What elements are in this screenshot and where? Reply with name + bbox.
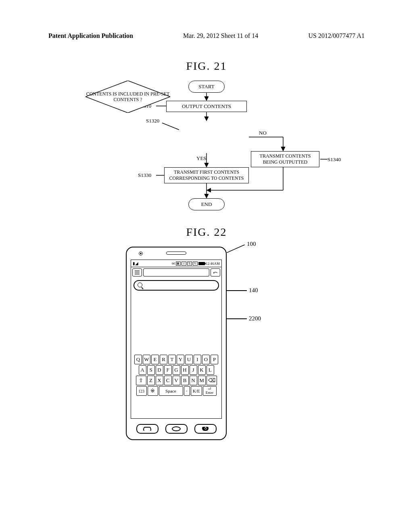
key-dot[interactable]: · bbox=[184, 386, 190, 396]
key-g[interactable]: G bbox=[173, 365, 180, 375]
fc-s1310-box: OUTPUT CONTENTS bbox=[166, 101, 247, 112]
phone-hw-buttons bbox=[127, 419, 226, 439]
key-q[interactable]: Q bbox=[134, 355, 142, 364]
key-x[interactable]: X bbox=[156, 376, 163, 385]
key-t[interactable]: T bbox=[168, 355, 176, 364]
fc-s1330-box: TRANSMIT FIRST CONTENTS CORRESPONDING TO… bbox=[164, 167, 249, 183]
fig22-title: FIG. 22 bbox=[0, 226, 413, 239]
key-settings[interactable]: ※ bbox=[148, 386, 158, 396]
power-icon bbox=[202, 427, 209, 431]
key-f[interactable]: F bbox=[164, 365, 172, 375]
callout-140-line bbox=[227, 290, 247, 291]
search-bar[interactable] bbox=[133, 280, 219, 291]
fc-start: START bbox=[188, 81, 225, 93]
key-p[interactable]: P bbox=[211, 355, 218, 364]
callout-140: 140 bbox=[249, 287, 258, 294]
callout-100: 100 bbox=[247, 241, 256, 247]
menu-icon[interactable] bbox=[132, 268, 142, 276]
status-bar: ▮◢ ✉ ▦ T ⇅ ↻ 12:46AM bbox=[131, 260, 221, 267]
phone-screen: ▮◢ ✉ ▦ T ⇅ ↻ 12:46AM ⤺ bbox=[131, 260, 222, 419]
fc-s1340-label: S1340 bbox=[327, 156, 341, 163]
key-o[interactable]: O bbox=[202, 355, 210, 364]
status-icon-1: ▦ bbox=[176, 262, 181, 266]
content-area bbox=[131, 293, 221, 353]
key-a[interactable]: A bbox=[139, 365, 146, 375]
home-icon bbox=[172, 426, 181, 431]
key-y[interactable]: Y bbox=[177, 355, 184, 364]
speaker-icon bbox=[166, 251, 186, 255]
status-icons: ✉ ▦ T ⇅ ↻ 12:46AM bbox=[172, 262, 220, 266]
signal-icon: ▮◢ bbox=[133, 261, 138, 266]
fig21-title: FIG. 21 bbox=[0, 60, 413, 73]
header-publication: Patent Application Publication bbox=[48, 32, 133, 39]
key-b[interactable]: B bbox=[181, 376, 189, 385]
key-w[interactable]: W bbox=[143, 355, 150, 364]
key-shift[interactable]: ⇧ bbox=[136, 376, 146, 385]
callout-100-line bbox=[227, 245, 247, 255]
phone-figure: 100 140 2200 ▮◢ ✉ ▦ T ⇅ ↻ 12:46AM bbox=[106, 247, 307, 440]
fc-s1320-text: CONTENTS IS INCLUDED IN PRE-SET CONTENTS… bbox=[86, 81, 170, 113]
battery-icon bbox=[198, 262, 205, 265]
key-123[interactable]: 123 bbox=[136, 386, 147, 396]
callout-2200: 2200 bbox=[249, 315, 261, 322]
key-backspace[interactable]: ⌫ bbox=[206, 376, 217, 385]
status-time: 12:46AM bbox=[206, 262, 220, 266]
key-k[interactable]: K bbox=[198, 365, 206, 375]
kb-row-2: A S D F G H J K L bbox=[132, 365, 220, 375]
fc-yes-label: YES bbox=[196, 155, 206, 162]
status-icon-3: ⇅ bbox=[187, 262, 192, 266]
key-c[interactable]: C bbox=[164, 376, 172, 385]
flowchart-fig21: START OUTPUT CONTENTS S1310 CONTENTS IS … bbox=[86, 81, 327, 214]
mail-icon: ✉ bbox=[172, 262, 175, 266]
key-m[interactable]: M bbox=[198, 376, 206, 385]
key-z[interactable]: Z bbox=[147, 376, 155, 385]
kb-row-4: 123 ※ Space · K/E ⏎ Enter bbox=[132, 386, 220, 396]
home-button[interactable] bbox=[165, 424, 188, 434]
fc-s1330-label: S1330 bbox=[138, 172, 151, 179]
key-u[interactable]: U bbox=[185, 355, 193, 364]
search-icon bbox=[138, 283, 143, 288]
call-button[interactable] bbox=[136, 424, 159, 434]
phone-body: ▮◢ ✉ ▦ T ⇅ ↻ 12:46AM ⤺ bbox=[126, 247, 227, 440]
keyboard: Q W E R T Y U I O P A S D F G H bbox=[131, 353, 221, 398]
key-i[interactable]: I bbox=[194, 355, 201, 364]
back-icon[interactable]: ⤺ bbox=[211, 268, 220, 276]
call-icon bbox=[143, 427, 151, 431]
fc-no-label: NO bbox=[259, 130, 267, 136]
camera-icon bbox=[139, 251, 143, 256]
kb-row-1: Q W E R T Y U I O P bbox=[132, 355, 220, 364]
key-e[interactable]: E bbox=[151, 355, 159, 364]
key-d[interactable]: D bbox=[156, 365, 163, 375]
fc-s1320-box: CONTENTS IS INCLUDED IN PRE-SET CONTENTS… bbox=[86, 81, 170, 113]
enter-label: Enter bbox=[206, 391, 214, 395]
url-bar[interactable] bbox=[143, 268, 209, 276]
key-lang[interactable]: K/E bbox=[191, 386, 202, 396]
key-enter[interactable]: ⏎ Enter bbox=[203, 386, 217, 396]
key-j[interactable]: J bbox=[190, 365, 197, 375]
svg-line-9 bbox=[162, 123, 179, 130]
status-icon-4: ↻ bbox=[193, 262, 198, 266]
key-l[interactable]: L bbox=[206, 365, 214, 375]
header-patent-no: US 2012/0077477 A1 bbox=[308, 32, 365, 39]
header-sheet: Mar. 29, 2012 Sheet 11 of 14 bbox=[183, 32, 258, 39]
fc-s1340-box: TRANSMIT CONTENTS BEING OUTPUTTED bbox=[251, 151, 319, 167]
fc-s1320-label: S1320 bbox=[146, 118, 159, 124]
nav-bar: ⤺ bbox=[131, 267, 221, 278]
key-space[interactable]: Space bbox=[159, 386, 183, 396]
status-icon-2: T bbox=[181, 262, 186, 266]
key-r[interactable]: R bbox=[160, 355, 167, 364]
key-n[interactable]: N bbox=[190, 376, 197, 385]
power-button[interactable] bbox=[194, 424, 217, 434]
key-s[interactable]: S bbox=[147, 365, 155, 375]
key-v[interactable]: V bbox=[173, 376, 180, 385]
svg-line-13 bbox=[227, 245, 245, 253]
key-h[interactable]: H bbox=[181, 365, 189, 375]
fc-end: END bbox=[188, 198, 225, 210]
phone-top bbox=[127, 247, 226, 260]
kb-row-3: ⇧ Z X C V B N M ⌫ bbox=[132, 376, 220, 385]
